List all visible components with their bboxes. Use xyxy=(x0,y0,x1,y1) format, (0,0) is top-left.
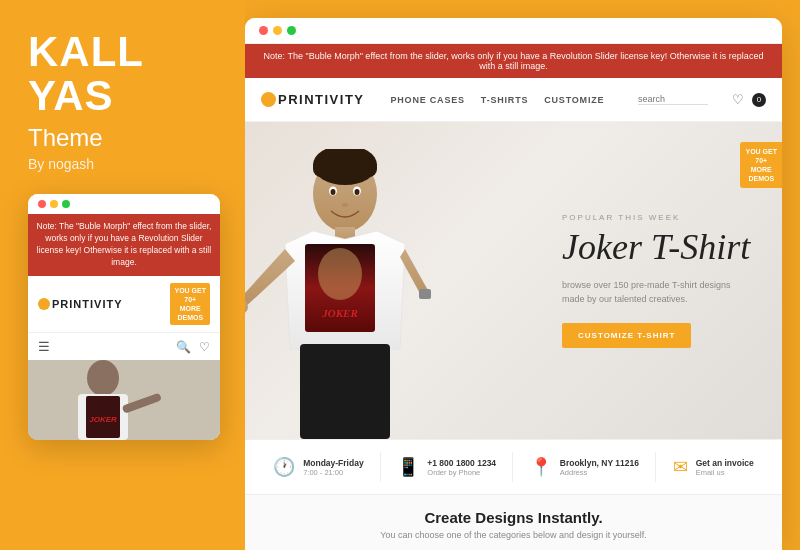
right-panel: Note: The "Buble Morph" effect from the … xyxy=(245,18,782,550)
desktop-nav-icons: ♡ 0 xyxy=(732,92,766,107)
mobile-dot-red xyxy=(38,200,46,208)
desktop-hero: YOU GET70+MOREDEMOS xyxy=(245,122,782,439)
bottom-title: Create Designs Instantly. xyxy=(265,509,762,526)
info-hours-text: Monday-Friday 7:00 - 21:00 xyxy=(303,458,363,477)
mobile-nav-icons: 🔍 ♡ xyxy=(176,340,210,354)
desktop-dot-red xyxy=(259,26,268,35)
desktop-nav: PRINTIVITY PHONE CASES T-SHIRTS CUSTOMIZ… xyxy=(245,78,782,122)
desktop-banner: Note: The "Buble Morph" effect from the … xyxy=(245,44,782,78)
info-phone-text: +1 800 1800 1234 Order by Phone xyxy=(427,458,496,477)
hero-person-svg: JOKER xyxy=(245,149,445,439)
info-item-address: 📍 Brooklyn, NY 11216 Address xyxy=(530,456,639,478)
mobile-logo-circle xyxy=(38,298,50,310)
popular-label: POPULAR THIS WEEK xyxy=(562,213,766,222)
desktop-dot-yellow xyxy=(273,26,282,35)
hero-description: browse over 150 pre-made T-shirt designs… xyxy=(562,278,766,307)
nav-link-tshirts[interactable]: T-SHIRTS xyxy=(481,95,528,105)
mobile-nav-bar: ☰ 🔍 ♡ xyxy=(28,332,220,360)
mobile-banner: Note: The "Buble Morph" effect from the … xyxy=(28,214,220,276)
info-phone-sub: Order by Phone xyxy=(427,468,496,477)
info-address-text: Brooklyn, NY 11216 Address xyxy=(560,458,639,477)
hero-title: Joker T-Shirt xyxy=(562,228,766,268)
desktop-dot-green xyxy=(287,26,296,35)
svg-rect-15 xyxy=(419,289,431,299)
desktop-top-bar xyxy=(245,18,782,44)
hamburger-icon[interactable]: ☰ xyxy=(38,339,50,354)
info-hours-sub: 7:00 - 21:00 xyxy=(303,468,363,477)
info-phone-title: +1 800 1800 1234 xyxy=(427,458,496,468)
svg-point-19 xyxy=(355,189,360,195)
info-divider-2 xyxy=(512,452,513,482)
info-divider-3 xyxy=(655,452,656,482)
svg-text:JOKER: JOKER xyxy=(321,307,357,319)
desktop-logo-circle xyxy=(261,92,276,107)
nav-link-phone-cases[interactable]: PHONE CASES xyxy=(391,95,465,105)
info-item-hours: 🕐 Monday-Friday 7:00 - 21:00 xyxy=(273,456,363,478)
demos-badge-desktop[interactable]: YOU GET70+MOREDEMOS xyxy=(740,142,782,188)
svg-point-18 xyxy=(331,189,336,195)
desktop-nav-links: PHONE CASES T-SHIRTS CUSTOMIZE xyxy=(391,95,622,105)
heart-icon[interactable]: ♡ xyxy=(199,340,210,354)
info-address-sub: Address xyxy=(560,468,639,477)
svg-rect-8 xyxy=(313,159,377,177)
left-panel: KALL YAS Theme By nogash Note: The "Bubl… xyxy=(0,0,245,550)
brand-title: KALL YAS xyxy=(28,30,144,118)
svg-point-20 xyxy=(342,203,348,207)
svg-point-1 xyxy=(87,360,119,396)
svg-rect-14 xyxy=(300,344,390,439)
clock-icon: 🕐 xyxy=(273,456,295,478)
info-divider-1 xyxy=(380,452,381,482)
search-icon[interactable]: 🔍 xyxy=(176,340,191,354)
location-icon: 📍 xyxy=(530,456,552,478)
email-icon: ✉ xyxy=(673,456,688,478)
mobile-dot-green xyxy=(62,200,70,208)
info-address-title: Brooklyn, NY 11216 xyxy=(560,458,639,468)
info-hours-title: Monday-Friday xyxy=(303,458,363,468)
phone-icon: 📱 xyxy=(397,456,419,478)
by-label: By nogash xyxy=(28,156,94,172)
svg-text:JOKER: JOKER xyxy=(89,415,117,424)
desktop-logo-wrap: PRINTIVITY xyxy=(261,92,365,107)
hero-left: JOKER xyxy=(245,122,562,439)
mobile-demos-badge: YOU GET70+MOREDEMOS xyxy=(170,283,210,325)
wishlist-icon[interactable]: ♡ xyxy=(732,92,744,107)
mobile-dot-yellow xyxy=(50,200,58,208)
bottom-subtitle: You can choose one of the categories bel… xyxy=(265,530,762,540)
info-item-phone: 📱 +1 800 1800 1234 Order by Phone xyxy=(397,456,496,478)
desktop-info-bar: 🕐 Monday-Friday 7:00 - 21:00 📱 +1 800 18… xyxy=(245,439,782,494)
info-invoice-title: Get an invoice xyxy=(696,458,754,468)
desktop-logo-text: PRINTIVITY xyxy=(278,92,365,107)
mobile-hero-svg: JOKER xyxy=(28,360,220,440)
desktop-bottom: Create Designs Instantly. You can choose… xyxy=(245,494,782,550)
info-item-invoice: ✉ Get an invoice Email us xyxy=(673,456,754,478)
cart-badge: 0 xyxy=(752,93,766,107)
info-invoice-sub: Email us xyxy=(696,468,754,477)
mobile-mockup: Note: The "Buble Morph" effect from the … xyxy=(28,194,220,440)
svg-point-11 xyxy=(318,248,362,300)
mobile-top-bar xyxy=(28,194,220,214)
mobile-logo-wrap: PRINTIVITY xyxy=(38,298,123,310)
customize-tshirt-button[interactable]: CUSTOMIZE T-SHIRT xyxy=(562,323,691,348)
mobile-logo-text: PRINTIVITY xyxy=(52,298,123,310)
search-input[interactable] xyxy=(638,94,708,105)
theme-label: Theme xyxy=(28,124,103,152)
nav-link-customize[interactable]: CUSTOMIZE xyxy=(544,95,604,105)
mobile-logo-bar: PRINTIVITY YOU GET70+MOREDEMOS xyxy=(28,276,220,332)
mobile-hero-image: JOKER xyxy=(28,360,220,440)
info-invoice-text: Get an invoice Email us xyxy=(696,458,754,477)
